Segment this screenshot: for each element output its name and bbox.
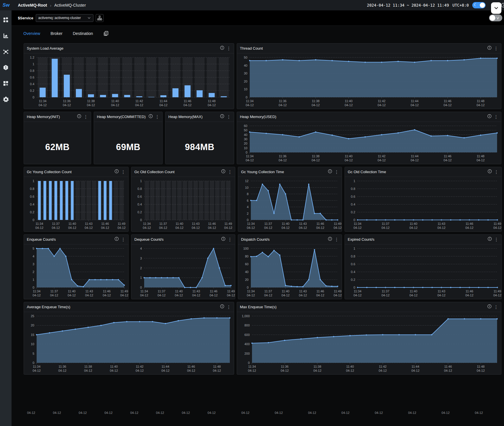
- svg-text:04-12: 04-12: [279, 158, 287, 162]
- dark-mode-toggle[interactable]: ☾: [472, 2, 486, 8]
- svg-text:3: 3: [33, 262, 34, 266]
- svg-text:04-12: 04-12: [157, 294, 166, 297]
- svg-text:11:36: 11:36: [63, 99, 71, 103]
- svg-text:04-12: 04-12: [281, 369, 289, 372]
- panel-menu-icon[interactable]: ⋮: [121, 170, 125, 174]
- svg-text:04-12: 04-12: [208, 103, 216, 107]
- top-bar: Sw ActiveMQ-Root › ActiveMQ-Cluster 2024…: [0, 0, 504, 10]
- svg-text:0.6: 0.6: [30, 195, 34, 198]
- panel-menu-icon[interactable]: ⋮: [84, 115, 88, 119]
- chart-max_enqueue_time: 02004006008001,00011:3404-1211:3604-1211…: [237, 312, 501, 375]
- svg-text:10: 10: [244, 146, 247, 150]
- value-body: 62MB: [24, 122, 91, 164]
- tab-overview[interactable]: Overview: [23, 31, 40, 36]
- svg-text:11:40: 11:40: [110, 365, 118, 368]
- panel-gc_old_time: Gc Old Collection Time⋮00.20.40.60.8111:…: [345, 167, 502, 232]
- panel-info-icon[interactable]: [487, 46, 492, 51]
- panel-menu-icon[interactable]: ⋮: [155, 115, 159, 119]
- panel-info-icon[interactable]: [220, 46, 224, 51]
- cutoff-date-label: 04-12: [275, 411, 283, 414]
- panel-menu-icon[interactable]: ⋮: [227, 115, 231, 119]
- svg-text:04-12: 04-12: [213, 369, 221, 372]
- skywalking-logo[interactable]: Sw: [0, 2, 12, 8]
- panel-info-icon[interactable]: [328, 237, 332, 242]
- svg-text:11:48: 11:48: [477, 365, 485, 368]
- panel-title: Gc Young Collection Time: [241, 170, 328, 174]
- panel-menu-icon[interactable]: ⋮: [494, 170, 499, 174]
- panel-menu-icon[interactable]: ⋮: [228, 170, 232, 174]
- panel-menu-icon[interactable]: ⋮: [494, 305, 498, 309]
- svg-text:11:37: 11:37: [382, 289, 390, 293]
- tab-destination[interactable]: Destination: [73, 31, 93, 36]
- svg-text:11:49: 11:49: [227, 289, 235, 293]
- panel-info-icon[interactable]: [328, 169, 332, 175]
- svg-text:11:40: 11:40: [282, 222, 289, 225]
- service-topology-button[interactable]: [96, 14, 104, 22]
- svg-text:40: 40: [244, 64, 247, 67]
- panel-info-icon[interactable]: [220, 304, 224, 310]
- collapse-header-button[interactable]: [491, 2, 501, 14]
- svg-text:04-12: 04-12: [493, 226, 501, 229]
- panel-menu-icon[interactable]: ⋮: [227, 305, 231, 309]
- chart-canvas: 0102030405011:3404-1211:3604-1211:3804-1…: [237, 53, 501, 109]
- breadcrumb-root[interactable]: ActiveMQ-Root: [18, 3, 47, 8]
- sidebar-alerts-icon[interactable]: [3, 64, 9, 71]
- sidebar-topology-icon[interactable]: [3, 48, 9, 55]
- svg-text:11:34: 11:34: [39, 99, 47, 103]
- breadcrumb-separator-icon: ›: [50, 3, 51, 8]
- main-area: $Service activemq::activemq-cluster V Ov…: [12, 10, 504, 426]
- panel-title: Heap Memory(COMMITTED): [97, 115, 148, 119]
- sidebar-metrics-icon[interactable]: [3, 33, 9, 39]
- panel-info-icon[interactable]: [221, 237, 225, 242]
- sidebar-new-dashboard-icon[interactable]: [3, 80, 9, 87]
- panel-info-icon[interactable]: [114, 237, 119, 242]
- panel-menu-icon[interactable]: ⋮: [334, 170, 339, 174]
- panel-menu-icon[interactable]: ⋮: [494, 237, 499, 242]
- panel-menu-icon[interactable]: ⋮: [228, 237, 232, 242]
- svg-text:6: 6: [247, 199, 249, 202]
- svg-text:11:43: 11:43: [438, 222, 445, 225]
- panel-title: Heap Memory(USED): [240, 115, 487, 119]
- time-range[interactable]: 2024-04-12 11:34 ~ 2024-04-12 11:49: [367, 3, 449, 8]
- svg-text:11:49: 11:49: [118, 222, 125, 225]
- copy-dashboard-icon[interactable]: [104, 31, 108, 36]
- svg-text:11:42: 11:42: [136, 365, 144, 368]
- svg-text:0.4: 0.4: [30, 203, 34, 206]
- svg-text:100: 100: [243, 247, 249, 250]
- panel-info-icon[interactable]: [77, 114, 81, 119]
- svg-text:8: 8: [247, 192, 249, 196]
- svg-text:04-12: 04-12: [299, 294, 307, 297]
- service-select[interactable]: activemq::activemq-cluster: [36, 14, 93, 22]
- panel-menu-icon[interactable]: ⋮: [494, 46, 498, 51]
- panel-header: Gc Young Collection Count⋮: [24, 167, 128, 177]
- panel-menu-icon[interactable]: ⋮: [334, 237, 339, 242]
- svg-text:0: 0: [247, 218, 249, 222]
- panel-info-icon[interactable]: [487, 114, 492, 119]
- panel-info-icon[interactable]: [114, 169, 119, 175]
- service-label: $Service: [18, 16, 33, 20]
- toggle-knob: [480, 3, 485, 8]
- panel-info-icon[interactable]: [221, 169, 225, 175]
- sidebar-settings-icon[interactable]: [3, 96, 9, 102]
- cutoff-date-label: 04-12: [241, 411, 249, 414]
- panel-info-icon[interactable]: [488, 237, 492, 242]
- svg-text:11:38: 11:38: [87, 99, 95, 103]
- svg-text:20: 20: [244, 142, 247, 145]
- svg-text:11:49: 11:49: [121, 289, 128, 293]
- svg-text:11:46: 11:46: [208, 222, 216, 225]
- panel-menu-icon[interactable]: ⋮: [121, 237, 125, 242]
- svg-text:11:34: 11:34: [354, 289, 362, 293]
- svg-text:0: 0: [140, 286, 142, 289]
- sidebar-marketplace-icon[interactable]: [3, 17, 9, 23]
- panel-menu-icon[interactable]: ⋮: [227, 46, 231, 51]
- svg-text:11:49: 11:49: [334, 222, 342, 225]
- panel-info-icon[interactable]: [488, 169, 492, 175]
- panel-heap_max: Heap Memory(MAX)⋮984MB: [165, 112, 234, 164]
- tab-broker[interactable]: Broker: [50, 31, 62, 36]
- panel-info-icon[interactable]: [220, 114, 224, 119]
- view-toggle[interactable]: V: [489, 14, 502, 21]
- panel-info-icon[interactable]: [148, 114, 153, 119]
- panel-info-icon[interactable]: [487, 304, 492, 310]
- panel-menu-icon[interactable]: ⋮: [494, 115, 498, 119]
- svg-text:04-12: 04-12: [135, 103, 143, 107]
